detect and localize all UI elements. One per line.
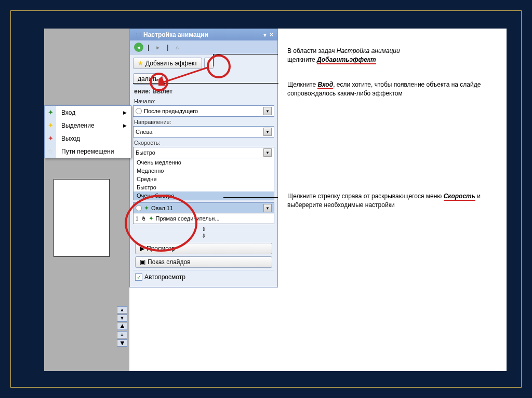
scroll-prev-icon[interactable]: ⯅ — [117, 323, 127, 330]
exp-text: щелкните — [287, 56, 317, 63]
nav-back-icon[interactable]: ◄ — [134, 43, 143, 52]
start-value: После предыдущего — [144, 108, 261, 114]
left-grey-column: ▲ ▼ ⯅ ≡ ⯆ — [44, 29, 129, 371]
taskpane-title: Настройка анимации — [143, 31, 260, 38]
chevron-down-icon[interactable]: ▼ — [263, 148, 272, 157]
exp-text: Щелкните — [287, 81, 317, 88]
explanation-1: В области задач Настройка анимации щелкн… — [287, 47, 506, 64]
menu-item-exit[interactable]: ✦ Выход — [45, 132, 131, 145]
nav-divider-2: | — [167, 44, 168, 51]
menu-item-paths[interactable]: ☆ Пути перемещени — [45, 145, 131, 158]
speed-combo[interactable]: Быстро ▼ — [133, 147, 274, 158]
reorder-up-icon[interactable]: ⇧ — [202, 226, 206, 232]
close-icon[interactable]: × — [270, 31, 273, 38]
explanation-area: В области задач Настройка анимации щелкн… — [278, 29, 507, 371]
start-combo[interactable]: После предыдущего ▼ — [133, 105, 274, 117]
nav-divider: | — [148, 44, 149, 51]
menu-item-entrance[interactable]: ✦ Вход ▶ — [45, 106, 131, 119]
star-icon: ☆ — [47, 147, 54, 155]
speed-option[interactable]: Медленно — [134, 167, 274, 175]
star-icon: ✦ — [48, 108, 54, 116]
exp-text-emphasis: Скорость — [444, 193, 475, 201]
scroll-down-icon[interactable]: ▼ — [117, 314, 127, 322]
menu-label: Выделение — [61, 122, 120, 129]
callout-line — [213, 54, 278, 54]
taskpane-title-bar: Настройка анимации ▼ × — [130, 29, 277, 40]
exp-text: В области задач — [287, 47, 337, 54]
scroll-cur-icon[interactable]: ≡ — [117, 331, 127, 338]
red-circle-annotation — [125, 195, 197, 252]
reorder-down-icon[interactable]: ⇩ — [202, 233, 206, 239]
nav-home-icon[interactable]: ⌂ — [172, 43, 182, 52]
speed-label: Скорость: — [133, 138, 274, 147]
speed-value: Быстро — [136, 149, 261, 156]
autopreview-checkbox[interactable]: ✓ — [135, 273, 142, 281]
slideshow-label: Показ слайдов — [148, 258, 191, 266]
exp-text-emphasis: Добавитьэффект — [317, 56, 376, 64]
projector-icon: ▣ — [140, 258, 145, 266]
red-arrow-annotation — [158, 65, 210, 86]
explanation-3: Щелкните стрелку справа от раскрывающего… — [287, 192, 506, 210]
menu-label: Выход — [61, 135, 127, 142]
slide-thumbnail[interactable] — [54, 179, 110, 257]
svg-line-1 — [161, 67, 208, 83]
chevron-right-icon: ▶ — [123, 123, 127, 128]
clock-icon — [136, 108, 142, 114]
direction-label: Направление: — [133, 117, 274, 126]
chevron-right-icon: ▶ — [123, 110, 127, 115]
chevron-down-icon[interactable]: ▼ — [263, 107, 272, 115]
callout-line — [223, 197, 278, 198]
start-label: Начало: — [133, 96, 274, 105]
menu-item-emphasis[interactable]: ✦ Выделение ▶ — [45, 119, 131, 132]
speed-option[interactable]: Быстро — [134, 183, 274, 191]
speed-option[interactable]: Средне — [134, 175, 274, 183]
slideshow-button[interactable]: ▣ Показ слайдов — [135, 256, 272, 268]
star-icon: ★ — [138, 60, 143, 67]
star-icon: ✦ — [48, 134, 54, 142]
speed-options-list: Очень медленно Медленно Средне Быстро Оч… — [133, 158, 274, 200]
scroll-next-icon[interactable]: ⯆ — [117, 339, 127, 347]
exp-text-emphasis: Вход — [317, 81, 333, 89]
effect-context-menu: ✦ Вход ▶ ✦ Выделение ▶ ✦ Выход ☆ Пути пе… — [44, 105, 131, 158]
explanation-2: Щелкните Вход, если хотите, чтобы появле… — [287, 80, 506, 98]
chevron-down-icon[interactable]: ▼ — [263, 128, 272, 136]
grip-icon — [134, 31, 141, 38]
taskpane-nav: ◄ | ► | ⌂ — [130, 40, 277, 54]
speed-option[interactable]: Очень медленно — [134, 158, 274, 167]
direction-value: Слева — [136, 129, 261, 135]
autopreview-label: Автопросмотр — [144, 273, 185, 281]
taskpane-menu-icon[interactable]: ▼ — [262, 32, 268, 38]
scroll-controls: ▲ ▼ ⯅ ≡ ⯆ — [117, 306, 127, 347]
exp-text-italic: Настройка анимации — [337, 47, 400, 54]
scroll-up-icon[interactable]: ▲ — [117, 306, 127, 313]
chevron-down-icon[interactable]: ▼ — [263, 204, 272, 212]
autopreview-row: ✓ Автопросмотр — [133, 270, 274, 284]
nav-forward-icon[interactable]: ► — [153, 43, 163, 52]
exp-text: Щелкните стрелку справа от раскрывающего… — [287, 193, 444, 200]
direction-combo[interactable]: Слева ▼ — [133, 126, 274, 138]
taskpane-body: ★ Добавить эффект ▼ далить ение: Вылет Н… — [130, 54, 277, 287]
menu-label: Пути перемещени — [61, 148, 127, 155]
menu-label: Вход — [61, 109, 120, 116]
star-icon: ✦ — [48, 121, 54, 129]
